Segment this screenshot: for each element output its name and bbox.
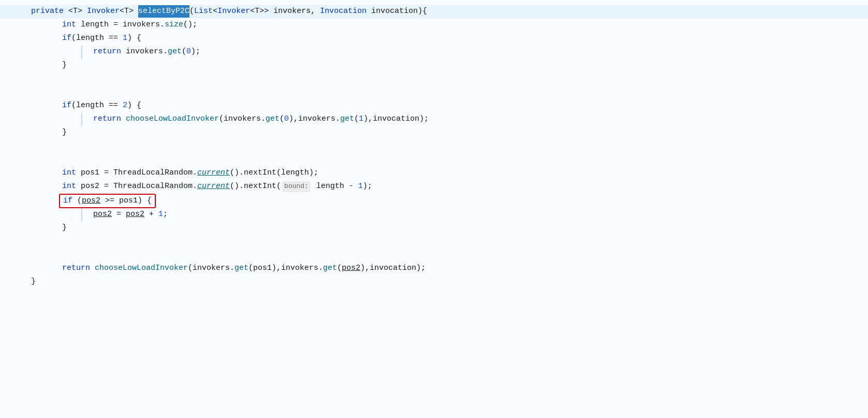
num-1: 1: [359, 113, 363, 125]
keyword-int3: int: [62, 180, 81, 193]
param-hint-bound: bound:: [282, 181, 311, 192]
code-line-21: }: [0, 276, 868, 289]
p2: (: [354, 113, 359, 125]
keyword-private: private: [31, 5, 68, 18]
method-get3: get: [340, 113, 354, 125]
paren-if3: (: [77, 196, 82, 205]
semicolon-pos2: );: [363, 180, 372, 193]
args-chooseLow2: (invokers.: [188, 262, 234, 275]
keyword-return3: return: [62, 262, 95, 275]
code-line-14: int pos2 = ThreadLocalRandom.current().n…: [0, 180, 868, 194]
code-line-4: return invokers.get(0);: [0, 46, 868, 59]
method-get4: get: [234, 262, 248, 275]
method-chooseLow1: chooseLowLoadInvoker: [126, 113, 219, 125]
code-line-17: }: [0, 222, 868, 235]
number-2: 2: [123, 99, 127, 112]
generic-T3: <T>>: [250, 5, 273, 18]
paren-pos2: (: [337, 262, 342, 275]
var-length: length = invokers.: [81, 19, 165, 31]
method-selectByP2C: selectByP2C: [138, 5, 189, 18]
gte-op: >=: [100, 196, 119, 205]
brace-if3: ) {: [138, 196, 152, 205]
nextInt1: ().nextInt(length);: [230, 167, 318, 179]
code-line-2: int length = invokers.size();: [0, 19, 868, 32]
keyword-if3: if: [63, 196, 77, 205]
method-get2: get: [266, 113, 279, 125]
red-box-highlight: if (pos2 >= pos1) {: [59, 194, 156, 208]
paren-open: (: [189, 5, 194, 18]
brace-if2: ) {: [127, 99, 141, 112]
var-pos2-ref2: pos2: [126, 208, 144, 221]
method-current2: current: [197, 180, 230, 193]
method-get5: get: [323, 262, 337, 275]
code-line-5: }: [0, 59, 868, 73]
close-brace-1: }: [62, 59, 67, 71]
num-1b: 1: [358, 180, 363, 193]
code-line-1: private <T> Invoker<T> selectByP2C(List<…: [0, 5, 868, 19]
nextInt2: ().nextInt(: [230, 180, 281, 193]
paren-if2: (length ==: [71, 99, 123, 112]
code-line-empty-3: [0, 140, 868, 153]
code-line-empty-4: [0, 153, 868, 167]
code-line-3: if(length == 1) {: [0, 32, 868, 46]
num-1c: 1: [158, 208, 163, 221]
type-invoker: Invoker: [87, 5, 120, 18]
paren-get1-close: );: [191, 46, 200, 58]
keyword-int2: int: [62, 167, 81, 179]
var-pos2: pos2 = ThreadLocalRandom.: [81, 180, 197, 193]
p1: (: [279, 113, 284, 125]
method-size: size: [165, 19, 183, 31]
close-brace-final: }: [31, 276, 36, 288]
eq-sign: =: [112, 208, 126, 221]
keyword-return1: return: [93, 46, 126, 58]
generic-T2: <T>: [120, 5, 138, 18]
code-line-20: return chooseLowLoadInvoker(invokers.get…: [0, 262, 868, 276]
code-line-15: if (pos2 >= pos1) {: [0, 194, 868, 208]
paren-if1: (length ==: [71, 32, 123, 45]
var-pos1: pos1 = ThreadLocalRandom.: [81, 167, 197, 179]
keyword-return2: return: [93, 113, 126, 125]
method-get1: get: [168, 46, 182, 58]
code-line-13: int pos1 = ThreadLocalRandom.current().n…: [0, 167, 868, 180]
num-0-b: 0: [284, 113, 289, 125]
code-line-empty-2: [0, 86, 868, 99]
method-current1: current: [197, 167, 230, 179]
semicolon-pos2b: ;: [163, 208, 168, 221]
code-line-9: return chooseLowLoadInvoker(invokers.get…: [0, 113, 868, 126]
arg-pos1: (pos1),invokers.: [248, 262, 323, 275]
type-list: List: [194, 5, 213, 18]
invokers-get0: invokers.: [126, 46, 168, 58]
var-pos2-final: pos2: [342, 262, 360, 275]
method-chooseLow2: chooseLowLoadInvoker: [95, 262, 188, 275]
code-editor: private <T> Invoker<T> selectByP2C(List<…: [0, 0, 868, 418]
code-line-empty-6: [0, 249, 868, 262]
type-invoker2: Invoker: [217, 5, 250, 18]
comma-final: ),invocation);: [360, 262, 425, 275]
code-line-8: if(length == 2) {: [0, 99, 868, 113]
var-pos2-assign: pos2: [93, 208, 112, 221]
param-invokers: invokers,: [273, 5, 320, 18]
args-chooseLow1: (invokers.: [219, 113, 266, 125]
close-brace-3: }: [62, 222, 67, 234]
keyword-if2: if: [62, 99, 71, 112]
paren-get1: (: [182, 46, 186, 58]
plus1: +: [144, 208, 158, 221]
var-pos1-ref1: pos1: [119, 196, 138, 205]
code-line-empty-1: [0, 73, 868, 86]
type-invocation: Invocation: [320, 5, 371, 18]
number-1: 1: [123, 32, 127, 45]
brace-if1: ) {: [127, 32, 141, 45]
comma2: ),invocation);: [363, 113, 429, 125]
keyword-int: int: [62, 19, 81, 31]
parens-size: ();: [183, 19, 197, 31]
num-0-a: 0: [186, 46, 191, 58]
param-invocation: invocation){: [371, 5, 427, 18]
generic-invoker: <: [213, 5, 217, 18]
var-pos2-ref1: pos2: [82, 196, 100, 205]
code-line-empty-5: [0, 235, 868, 249]
keyword-if1: if: [62, 32, 71, 45]
comma1: ),invokers.: [289, 113, 340, 125]
code-line-16: pos2 = pos2 + 1;: [0, 208, 868, 222]
length-minus1: length -: [312, 180, 358, 193]
code-line-10: }: [0, 126, 868, 140]
